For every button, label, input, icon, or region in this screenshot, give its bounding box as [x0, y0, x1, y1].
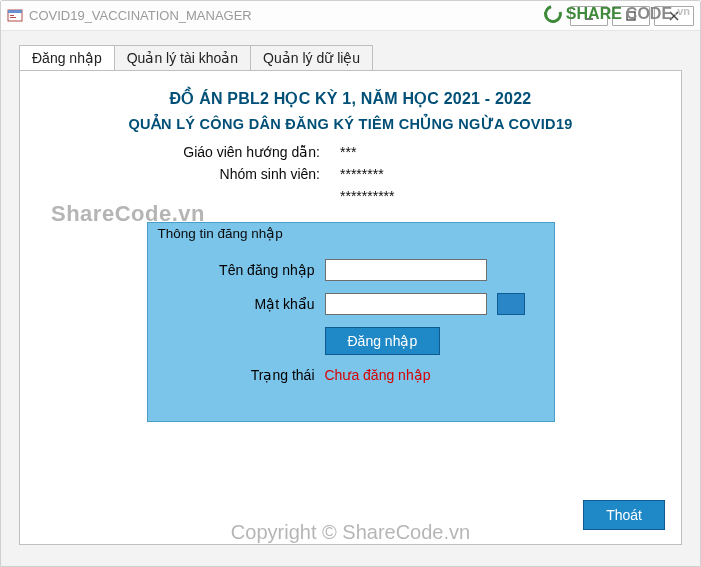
svg-rect-2	[10, 15, 14, 16]
tab-page-login: ĐỒ ÁN PBL2 HỌC KỲ 1, NĂM HỌC 2021 - 2022…	[19, 70, 682, 545]
login-button[interactable]: Đăng nhập	[325, 327, 441, 355]
students-value-2: **********	[340, 188, 681, 204]
status-value: Chưa đăng nhập	[325, 367, 527, 383]
teacher-value: ***	[340, 144, 681, 160]
app-window: COVID19_VACCINATION_MANAGER SHARECODE.vn…	[0, 0, 701, 567]
students-label: Nhóm sinh viên:	[20, 166, 320, 182]
window-buttons	[570, 6, 694, 26]
tab-accounts[interactable]: Quản lý tài khoản	[114, 45, 251, 71]
tab-login[interactable]: Đăng nhập	[19, 45, 115, 71]
client-area: Đăng nhập Quản lý tài khoản Quản lý dữ l…	[1, 31, 700, 566]
app-icon	[7, 8, 23, 24]
teacher-label: Giáo viên hướng dẫn:	[20, 144, 320, 160]
username-input[interactable]	[325, 259, 487, 281]
tab-data[interactable]: Quản lý dữ liệu	[250, 45, 373, 71]
login-group-title: Thông tin đăng nhập	[154, 225, 287, 241]
show-password-button[interactable]	[497, 293, 525, 315]
password-input[interactable]	[325, 293, 487, 315]
close-button[interactable]	[654, 6, 694, 26]
password-label: Mật khẩu	[175, 296, 315, 312]
minimize-button[interactable]	[570, 6, 608, 26]
svg-rect-3	[10, 17, 16, 18]
info-grid: Giáo viên hướng dẫn: *** Nhóm sinh viên:…	[20, 144, 681, 204]
window-title: COVID19_VACCINATION_MANAGER	[29, 8, 252, 23]
status-label: Trạng thái	[175, 367, 315, 383]
students-value-1: ********	[340, 166, 681, 182]
students-label-blank	[20, 188, 320, 204]
login-groupbox: Thông tin đăng nhập Tên đăng nhập Mật kh…	[147, 222, 555, 422]
maximize-button[interactable]	[612, 6, 650, 26]
titlebar: COVID19_VACCINATION_MANAGER	[1, 1, 700, 31]
svg-rect-1	[8, 10, 22, 13]
tab-strip: Đăng nhập Quản lý tài khoản Quản lý dữ l…	[19, 45, 682, 71]
heading-project: ĐỒ ÁN PBL2 HỌC KỲ 1, NĂM HỌC 2021 - 2022	[20, 89, 681, 108]
heading-subtitle: QUẢN LÝ CÔNG DÂN ĐĂNG KÝ TIÊM CHỦNG NGỪA…	[20, 116, 681, 132]
username-label: Tên đăng nhập	[175, 262, 315, 278]
svg-rect-5	[627, 12, 635, 20]
exit-button[interactable]: Thoát	[583, 500, 665, 530]
